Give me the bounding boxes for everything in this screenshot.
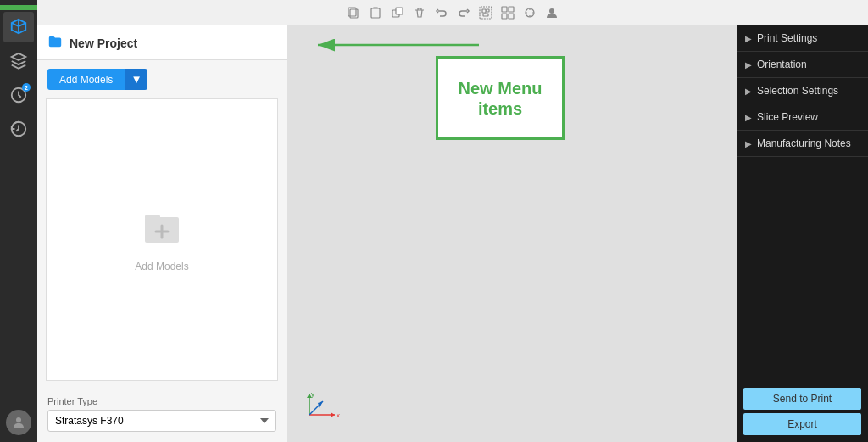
right-menu-slice-preview[interactable]: ▶ Slice Preview [737,104,868,131]
toolbar [37,0,868,25]
right-menu-slice-preview-label: Slice Preview [757,111,818,123]
expand-icon-2: ▶ [745,60,752,70]
add-models-dropdown-arrow[interactable]: ▼ [125,69,147,90]
new-menu-items-annotation: New Menu items [436,56,565,140]
toolbar-delete-icon[interactable] [411,4,428,21]
placeholder-label: Add Models [135,260,188,272]
expand-icon-4: ▶ [745,113,752,122]
right-menu-print-settings[interactable]: ▶ Print Settings [737,25,868,52]
expand-icon-5: ▶ [745,139,752,148]
add-models-button-group: Add Models ▼ [47,69,276,90]
svg-marker-34 [318,401,323,408]
sidebar-icon-history[interactable] [3,114,34,144]
add-models-button[interactable]: Add Models [47,69,125,90]
right-panel: ▶ Print Settings ▶ Orientation ▶ Selecti… [737,25,868,442]
svg-marker-28 [331,412,335,417]
toolbar-group-icon[interactable] [477,4,494,21]
toolbar-paste-icon[interactable] [367,4,384,21]
toolbar-ungroup-icon[interactable] [499,4,516,21]
right-menu-orientation[interactable]: ▶ Orientation [737,52,868,78]
project-folder-icon [47,34,63,53]
svg-rect-9 [482,9,486,13]
project-body: Add Models [46,98,278,381]
project-title: New Project [70,36,137,50]
svg-rect-10 [487,9,489,12]
right-menu-orientation-label: Orientation [757,59,807,70]
svg-text:x: x [337,411,340,419]
avatar[interactable] [6,410,31,435]
printer-type-label: Printer Type [47,396,276,406]
right-panel-actions: Send to Print Export [737,381,868,442]
svg-rect-13 [509,7,514,12]
canvas-area: New Menu items [287,25,737,442]
svg-rect-11 [483,14,488,16]
svg-rect-5 [371,8,380,18]
project-panel: New Project Add Models ▼ [37,25,287,442]
placeholder-folder-icon [142,207,182,255]
printer-type-select[interactable]: Stratasys F370 Stratasys F270 Stratasys … [47,410,276,432]
sidebar-icon-clock[interactable]: 2 [3,80,34,110]
notification-badge: 2 [22,83,31,92]
svg-rect-14 [502,14,507,19]
toolbar-measure-icon[interactable] [521,4,538,21]
expand-icon: ▶ [745,34,752,43]
left-sidebar: 2 [0,0,37,442]
svg-rect-7 [396,8,403,14]
svg-rect-12 [502,7,507,12]
printer-section: Printer Type Stratasys F370 Stratasys F2… [37,389,287,442]
svg-rect-15 [509,14,514,19]
export-button[interactable]: Export [743,413,861,435]
svg-text:y: y [311,390,314,398]
toolbar-redo-icon[interactable] [455,4,472,21]
svg-rect-19 [145,215,160,219]
toolbar-duplicate-icon[interactable] [389,4,406,21]
right-menu-print-settings-label: Print Settings [757,32,817,44]
right-menu-manufacturing-notes[interactable]: ▶ Manufacturing Notes [737,131,868,157]
axes-indicator: x y [301,389,343,427]
content-row: New Project Add Models ▼ [37,25,868,442]
right-menu-manufacturing-notes-label: Manufacturing Notes [757,137,851,149]
project-header: New Project [37,25,287,60]
right-menu-selection-settings-label: Selection Settings [757,85,838,97]
sidebar-icon-models[interactable] [3,12,34,42]
svg-point-2 [16,417,21,422]
annotation-text: New Menu items [438,78,562,119]
main-area: New Project Add Models ▼ [37,0,868,442]
send-to-print-button[interactable]: Send to Print [743,388,861,410]
green-arrow-annotation [309,32,496,61]
right-menu-selection-settings[interactable]: ▶ Selection Settings [737,78,868,104]
svg-point-17 [549,8,554,14]
toolbar-copy-icon[interactable] [345,4,362,21]
sidebar-icon-layers[interactable] [3,46,34,76]
expand-icon-3: ▶ [745,87,752,96]
toolbar-undo-icon[interactable] [433,4,450,21]
toolbar-user-icon[interactable] [543,4,560,21]
add-models-placeholder: Add Models [135,207,188,272]
